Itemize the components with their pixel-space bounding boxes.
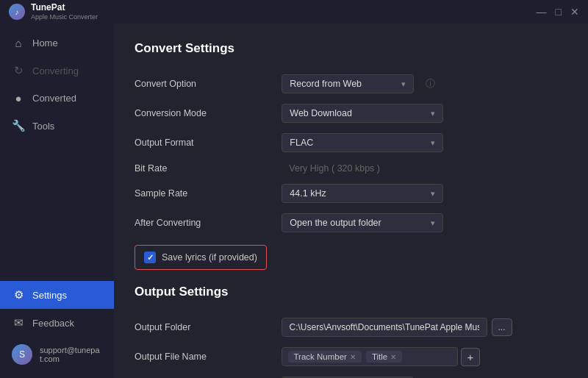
sample-rate-label: Sample Rate [135,179,279,208]
after-converting-value: Open the output folder [290,218,381,228]
app-name: TunePat [31,2,98,13]
title-label: Title [372,352,387,361]
after-converting-row: After Converting Open the output folder … [135,208,567,238]
convert-option-info-icon[interactable]: ⓘ [426,77,435,90]
title-bar: ♪ TunePat Apple Music Converter — □ ✕ [0,0,588,24]
sidebar-item-feedback[interactable]: ✉ Feedback [0,309,114,337]
converted-icon: ● [12,92,25,104]
conversion-mode-value: Web Download [290,108,352,118]
app-subtitle: Apple Music Converter [31,13,98,21]
sample-rate-dropdown[interactable]: 44.1 kHz ▾ [282,184,443,203]
user-email: support@tunepat.com [40,346,102,363]
app-logo: ♪ [9,4,25,20]
convert-settings-table: Convert Option Record from Web ▾ ⓘ Conve… [135,69,567,238]
minimize-button[interactable]: — [537,7,547,17]
output-folder-input[interactable] [282,318,487,337]
track-number-label: Track Number [294,352,347,361]
sample-rate-value: 44.1 kHz [290,188,326,199]
folder-browse-button[interactable]: ... [492,318,512,336]
track-number-remove-icon[interactable]: ✕ [350,353,356,361]
settings-icon: ⚙ [12,288,25,302]
after-converting-dropdown[interactable]: Open the output folder ▾ [282,213,443,232]
sidebar: ⌂ Home ↻ Converting ● Converted 🔧 Tools … [0,24,114,378]
sample-rate-row: Sample Rate 44.1 kHz ▾ [135,179,567,208]
main-layout: ⌂ Home ↻ Converting ● Converted 🔧 Tools … [0,24,588,378]
chevron-down-icon: ▾ [401,79,406,89]
app-branding: ♪ TunePat Apple Music Converter [9,2,98,21]
sidebar-item-converting: ↻ Converting [0,57,114,85]
output-folder-label: Output Folder [135,313,279,342]
sidebar-item-converted[interactable]: ● Converted [0,85,114,112]
convert-settings-title: Convert Settings [135,41,567,56]
app-name-block: TunePat Apple Music Converter [31,2,98,21]
sidebar-converting-label: Converting [32,65,79,76]
sidebar-item-home[interactable]: ⌂ Home [0,29,114,57]
bit-rate-value: Very High ( 320 kbps ) [282,160,387,177]
home-icon: ⌂ [12,37,25,49]
output-filename-row: Output File Name Track Number ✕ Title ✕ [135,342,567,371]
chevron-down-icon: ▾ [431,218,435,228]
window-controls: — □ ✕ [537,7,579,17]
converting-icon: ↻ [12,64,25,77]
tools-icon: 🔧 [12,119,25,132]
convert-option-dropdown[interactable]: Record from Web ▾ [282,74,414,93]
sidebar-item-tools[interactable]: 🔧 Tools [0,112,114,140]
chevron-down-icon: ▾ [431,138,435,148]
output-organized-row: Output Organized Playlist ▾ ⓘ [135,371,567,378]
output-folder-input-row: ... [282,318,565,337]
close-button[interactable]: ✕ [570,7,579,17]
sidebar-home-label: Home [32,38,58,49]
conversion-mode-label: Conversion Mode [135,99,279,128]
sidebar-spacer [0,140,114,281]
conversion-mode-dropdown[interactable]: Web Download ▾ [282,104,443,123]
convert-option-label: Convert Option [135,69,279,99]
avatar: S [12,344,32,365]
save-lyrics-row[interactable]: Save lyrics (if provided) [135,245,267,270]
sidebar-item-settings[interactable]: ⚙ Settings [0,281,114,309]
settings-content: Convert Settings Convert Option Record f… [114,24,588,378]
sidebar-feedback-label: Feedback [32,318,74,329]
output-filename-label: Output File Name [135,342,279,371]
user-profile-item[interactable]: S support@tunepat.com [0,337,114,372]
track-number-tag[interactable]: Track Number ✕ [288,351,362,363]
title-remove-icon[interactable]: ✕ [390,353,396,361]
output-organized-label: Output Organized [135,371,279,378]
title-tag[interactable]: Title ✕ [366,351,402,363]
save-lyrics-label: Save lyrics (if provided) [162,252,257,263]
convert-option-value: Record from Web [290,79,362,89]
feedback-icon: ✉ [12,316,25,329]
restore-button[interactable]: □ [556,7,562,17]
sidebar-converted-label: Converted [32,93,76,104]
output-settings-title: Output Settings [135,285,567,299]
sidebar-tools-label: Tools [32,121,54,132]
output-folder-row: Output Folder ... [135,313,567,342]
chevron-down-icon: ▾ [431,189,435,199]
conversion-mode-row: Conversion Mode Web Download ▾ [135,99,567,128]
after-converting-label: After Converting [135,208,279,238]
output-format-value: FLAC [290,138,313,148]
sidebar-settings-label: Settings [32,290,67,301]
convert-option-row: Convert Option Record from Web ▾ ⓘ [135,69,567,99]
save-lyrics-checkbox[interactable] [144,252,156,263]
output-format-row: Output Format FLAC ▾ [135,128,567,157]
bit-rate-row: Bit Rate Very High ( 320 kbps ) [135,157,567,179]
output-format-dropdown[interactable]: FLAC ▾ [282,133,443,152]
chevron-down-icon: ▾ [431,109,435,118]
add-filename-field-button[interactable]: + [461,348,481,366]
output-format-label: Output Format [135,128,279,157]
output-filename-input-row: Track Number ✕ Title ✕ + [282,347,565,366]
output-settings-table: Output Folder ... Output File Name Track… [135,313,567,378]
bit-rate-label: Bit Rate [135,157,279,179]
filename-field: Track Number ✕ Title ✕ [282,347,458,366]
